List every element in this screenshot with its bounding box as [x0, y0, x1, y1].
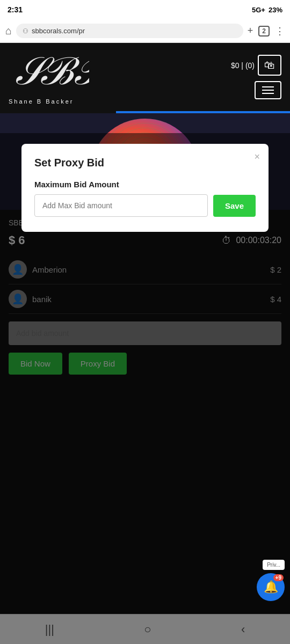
tab-count[interactable]: 2: [258, 26, 270, 36]
cart-info: $0 | (0) 🛍: [231, 55, 281, 76]
logo-area: 𝒮ℬℬ Shane B Backer: [9, 49, 89, 105]
logo-sub: Shane B Backer: [9, 98, 74, 105]
modal-overlay: Set Proxy Bid × Maximum Bid Amount Save: [0, 133, 290, 644]
modal-title: Set Proxy Bid: [34, 157, 256, 169]
modal-close-button[interactable]: ×: [254, 151, 260, 163]
modal-input-row: Save: [34, 194, 256, 217]
add-tab-icon[interactable]: +: [248, 25, 253, 36]
proxy-bid-modal: Set Proxy Bid × Maximum Bid Amount Save: [21, 144, 269, 232]
logo-text: 𝒮ℬℬ: [9, 49, 89, 97]
site-header: 𝒮ℬℬ Shane B Backer $0 | (0) 🛍: [0, 43, 290, 111]
svg-text:𝒮ℬℬ: 𝒮ℬℬ: [14, 50, 89, 92]
cart-amount: $0 | (0): [231, 61, 255, 70]
cart-button[interactable]: 🛍: [258, 55, 281, 76]
network-indicator: 5G+: [252, 6, 265, 14]
bottom-right-widgets: Priv... 🔔 +9: [257, 560, 285, 601]
save-button[interactable]: Save: [213, 195, 256, 217]
max-bid-input[interactable]: [34, 194, 208, 217]
status-time: 2:31: [8, 5, 23, 14]
status-bar: 2:31 5G+ 23%: [0, 0, 290, 19]
recaptcha-badge: Priv...: [263, 560, 285, 570]
url-text: sbbcorals.com/pr: [32, 27, 85, 35]
more-options-icon[interactable]: ⋮: [275, 25, 285, 37]
notification-button[interactable]: 🔔 +9: [257, 573, 285, 601]
header-right: $0 | (0) 🛍: [231, 55, 281, 99]
battery-indicator: 23%: [269, 6, 282, 14]
url-bar[interactable]: ⚇ sbbcorals.com/pr: [16, 24, 243, 38]
site-icon: ⚇: [23, 27, 28, 35]
home-icon[interactable]: ⌂: [5, 25, 12, 37]
menu-button[interactable]: [255, 81, 281, 99]
notification-badge: +9: [273, 574, 284, 581]
browser-bar: ⌂ ⚇ sbbcorals.com/pr + 2 ⋮: [0, 19, 290, 43]
browser-actions: + 2 ⋮: [248, 25, 285, 37]
status-right: 5G+ 23%: [252, 6, 282, 14]
modal-input-label: Maximum Bid Amount: [34, 180, 256, 189]
